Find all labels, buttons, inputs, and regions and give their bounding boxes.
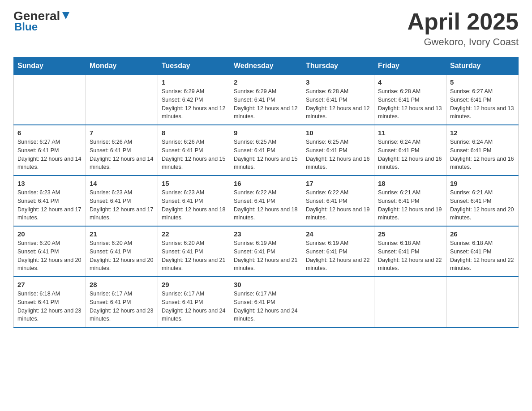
day-number: 29 [162, 281, 226, 288]
day-info: Sunrise: 6:28 AMSunset: 6:41 PMDaylight:… [306, 87, 370, 121]
day-number: 24 [306, 230, 370, 238]
day-info: Sunrise: 6:25 AMSunset: 6:41 PMDaylight:… [306, 138, 370, 171]
day-number: 4 [378, 78, 442, 86]
weekday-header-friday: Friday [374, 57, 446, 75]
calendar-week-row: 20Sunrise: 6:20 AMSunset: 6:41 PMDayligh… [14, 226, 519, 277]
day-number: 23 [234, 230, 298, 238]
calendar-day-cell: 14Sunrise: 6:23 AMSunset: 6:41 PMDayligh… [86, 176, 158, 226]
day-info: Sunrise: 6:24 AMSunset: 6:41 PMDaylight:… [378, 138, 442, 171]
title-block: April 2025 Gwekoro, Ivory Coast [407, 9, 519, 48]
day-number: 12 [450, 129, 515, 137]
day-info: Sunrise: 6:27 AMSunset: 6:41 PMDaylight:… [450, 87, 515, 121]
day-info: Sunrise: 6:22 AMSunset: 6:41 PMDaylight:… [306, 188, 370, 222]
day-info: Sunrise: 6:29 AMSunset: 6:42 PMDaylight:… [162, 87, 226, 121]
calendar-week-row: 1Sunrise: 6:29 AMSunset: 6:42 PMDaylight… [14, 75, 519, 125]
calendar-day-cell: 26Sunrise: 6:18 AMSunset: 6:41 PMDayligh… [446, 226, 519, 277]
calendar-week-row: 6Sunrise: 6:27 AMSunset: 6:41 PMDaylight… [14, 125, 519, 176]
calendar-day-cell: 22Sunrise: 6:20 AMSunset: 6:41 PMDayligh… [158, 226, 230, 277]
day-info: Sunrise: 6:27 AMSunset: 6:41 PMDaylight:… [17, 138, 82, 171]
day-info: Sunrise: 6:26 AMSunset: 6:41 PMDaylight:… [162, 138, 226, 171]
calendar-day-cell: 6Sunrise: 6:27 AMSunset: 6:41 PMDaylight… [14, 125, 86, 176]
calendar-day-cell: 15Sunrise: 6:23 AMSunset: 6:41 PMDayligh… [158, 176, 230, 226]
calendar-day-cell: 27Sunrise: 6:18 AMSunset: 6:41 PMDayligh… [14, 277, 86, 327]
calendar-day-cell: 30Sunrise: 6:17 AMSunset: 6:41 PMDayligh… [230, 277, 302, 327]
day-info: Sunrise: 6:19 AMSunset: 6:41 PMDaylight:… [234, 239, 298, 273]
day-info: Sunrise: 6:21 AMSunset: 6:41 PMDaylight:… [378, 188, 442, 222]
calendar-day-cell: 12Sunrise: 6:24 AMSunset: 6:41 PMDayligh… [446, 125, 519, 176]
calendar-day-cell: 7Sunrise: 6:26 AMSunset: 6:41 PMDaylight… [86, 125, 158, 176]
day-number: 26 [450, 230, 515, 238]
day-number: 10 [306, 129, 370, 137]
day-number: 3 [306, 78, 370, 86]
weekday-header-tuesday: Tuesday [158, 57, 230, 75]
day-info: Sunrise: 6:23 AMSunset: 6:41 PMDaylight:… [17, 188, 82, 222]
calendar-day-cell: 19Sunrise: 6:21 AMSunset: 6:41 PMDayligh… [446, 176, 519, 226]
calendar-day-cell: 10Sunrise: 6:25 AMSunset: 6:41 PMDayligh… [302, 125, 374, 176]
calendar-day-cell: 18Sunrise: 6:21 AMSunset: 6:41 PMDayligh… [374, 176, 446, 226]
day-info: Sunrise: 6:21 AMSunset: 6:41 PMDaylight:… [450, 188, 515, 222]
day-info: Sunrise: 6:18 AMSunset: 6:41 PMDaylight:… [450, 239, 515, 273]
calendar-week-row: 13Sunrise: 6:23 AMSunset: 6:41 PMDayligh… [14, 176, 519, 226]
day-number: 20 [17, 230, 82, 238]
day-number: 8 [162, 129, 226, 137]
day-number: 13 [17, 180, 82, 187]
calendar-day-cell [14, 75, 86, 125]
weekday-header-row: SundayMondayTuesdayWednesdayThursdayFrid… [14, 57, 519, 75]
calendar-day-cell: 25Sunrise: 6:18 AMSunset: 6:41 PMDayligh… [374, 226, 446, 277]
calendar-day-cell: 11Sunrise: 6:24 AMSunset: 6:41 PMDayligh… [374, 125, 446, 176]
day-info: Sunrise: 6:20 AMSunset: 6:41 PMDaylight:… [162, 239, 226, 273]
calendar-day-cell: 21Sunrise: 6:20 AMSunset: 6:41 PMDayligh… [86, 226, 158, 277]
weekday-header-saturday: Saturday [446, 57, 519, 75]
logo: General Blue [13, 9, 71, 33]
calendar-day-cell: 1Sunrise: 6:29 AMSunset: 6:42 PMDaylight… [158, 75, 230, 125]
day-number: 27 [17, 281, 82, 288]
day-number: 18 [378, 180, 442, 187]
calendar-day-cell: 20Sunrise: 6:20 AMSunset: 6:41 PMDayligh… [14, 226, 86, 277]
day-info: Sunrise: 6:17 AMSunset: 6:41 PMDaylight:… [234, 290, 298, 323]
calendar-day-cell: 24Sunrise: 6:19 AMSunset: 6:41 PMDayligh… [302, 226, 374, 277]
day-number: 19 [450, 180, 515, 187]
calendar-day-cell: 28Sunrise: 6:17 AMSunset: 6:41 PMDayligh… [86, 277, 158, 327]
logo-blue-text: Blue [14, 21, 38, 33]
calendar-day-cell [302, 277, 374, 327]
calendar-day-cell: 2Sunrise: 6:29 AMSunset: 6:41 PMDaylight… [230, 75, 302, 125]
month-title: April 2025 [407, 9, 519, 34]
day-info: Sunrise: 6:18 AMSunset: 6:41 PMDaylight:… [378, 239, 442, 273]
day-info: Sunrise: 6:20 AMSunset: 6:41 PMDaylight:… [17, 239, 82, 273]
day-number: 15 [162, 180, 226, 187]
day-number: 14 [90, 180, 154, 187]
calendar-day-cell: 16Sunrise: 6:22 AMSunset: 6:41 PMDayligh… [230, 176, 302, 226]
day-number: 16 [234, 180, 298, 187]
calendar-day-cell [374, 277, 446, 327]
calendar-day-cell: 3Sunrise: 6:28 AMSunset: 6:41 PMDaylight… [302, 75, 374, 125]
day-number: 1 [162, 78, 226, 86]
calendar-day-cell: 9Sunrise: 6:25 AMSunset: 6:41 PMDaylight… [230, 125, 302, 176]
calendar-day-cell [446, 277, 519, 327]
day-info: Sunrise: 6:22 AMSunset: 6:41 PMDaylight:… [234, 188, 298, 222]
day-number: 5 [450, 78, 515, 86]
calendar-day-cell: 4Sunrise: 6:28 AMSunset: 6:41 PMDaylight… [374, 75, 446, 125]
day-number: 17 [306, 180, 370, 187]
calendar-day-cell: 13Sunrise: 6:23 AMSunset: 6:41 PMDayligh… [14, 176, 86, 226]
day-info: Sunrise: 6:20 AMSunset: 6:41 PMDaylight:… [90, 239, 154, 273]
calendar-day-cell: 17Sunrise: 6:22 AMSunset: 6:41 PMDayligh… [302, 176, 374, 226]
day-number: 21 [90, 230, 154, 238]
calendar-week-row: 27Sunrise: 6:18 AMSunset: 6:41 PMDayligh… [14, 277, 519, 327]
day-number: 22 [162, 230, 226, 238]
day-number: 11 [378, 129, 442, 137]
day-info: Sunrise: 6:19 AMSunset: 6:41 PMDaylight:… [306, 239, 370, 273]
weekday-header-sunday: Sunday [14, 57, 86, 75]
weekday-header-wednesday: Wednesday [230, 57, 302, 75]
calendar-day-cell [86, 75, 158, 125]
day-info: Sunrise: 6:17 AMSunset: 6:41 PMDaylight:… [90, 290, 154, 323]
day-number: 28 [90, 281, 154, 288]
calendar-table: SundayMondayTuesdayWednesdayThursdayFrid… [13, 57, 519, 328]
day-info: Sunrise: 6:25 AMSunset: 6:41 PMDaylight:… [234, 138, 298, 171]
day-info: Sunrise: 6:23 AMSunset: 6:41 PMDaylight:… [162, 188, 226, 222]
day-number: 30 [234, 281, 298, 288]
day-info: Sunrise: 6:29 AMSunset: 6:41 PMDaylight:… [234, 87, 298, 121]
weekday-header-monday: Monday [86, 57, 158, 75]
logo-triangle-icon [61, 10, 71, 20]
day-info: Sunrise: 6:18 AMSunset: 6:41 PMDaylight:… [17, 290, 82, 323]
location-subtitle: Gwekoro, Ivory Coast [407, 36, 519, 48]
